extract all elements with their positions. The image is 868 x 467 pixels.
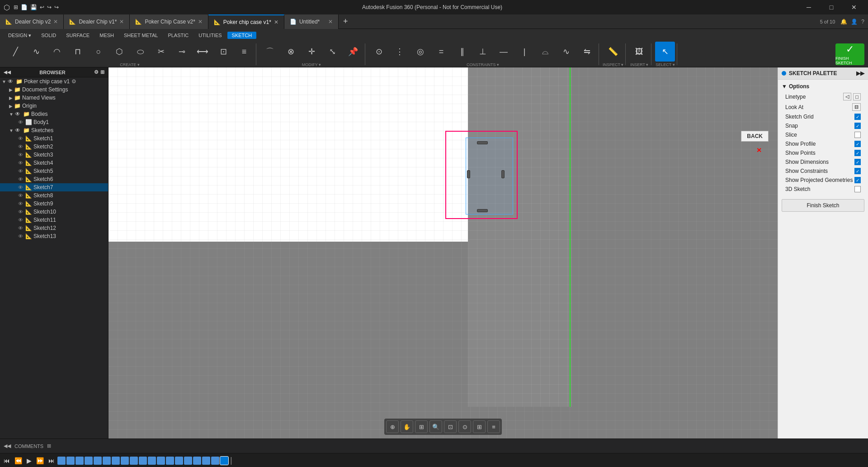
tab-close-icon[interactable]: ✕ <box>119 19 124 25</box>
fillet-tool[interactable]: ⌒ <box>260 42 280 62</box>
tree-sketch5[interactable]: 👁 📐 Sketch5 <box>0 167 108 175</box>
add-tab-button[interactable]: + <box>339 17 353 26</box>
show-projected-checkbox[interactable]: ✓ <box>854 177 861 183</box>
timeline-first-btn[interactable]: ⏮ <box>2 456 12 465</box>
perpendicular-tool[interactable]: ⊥ <box>473 42 493 62</box>
redo-icon2[interactable]: ↪ <box>54 4 59 10</box>
tree-sketches[interactable]: ▼ 👁 📁 Sketches <box>0 126 108 134</box>
tree-sketch11[interactable]: 👁 📐 Sketch11 <box>0 216 108 224</box>
body1-visibility[interactable]: 👁 <box>18 119 23 125</box>
linetype-btn1[interactable]: ◁ <box>843 93 851 100</box>
3d-sketch-checkbox[interactable] <box>854 186 861 192</box>
comments-expand-icon[interactable]: ⊞ <box>47 443 51 449</box>
timeline-step-9[interactable] <box>130 457 138 465</box>
bodies-expand[interactable]: ▼ <box>9 112 14 117</box>
tab-close-icon[interactable]: ✕ <box>198 19 203 25</box>
timeline-next-btn[interactable]: ⏩ <box>34 456 46 465</box>
sidebar-settings-icon[interactable]: ⚙ <box>94 69 99 75</box>
symmetric-tool[interactable]: ⇋ <box>577 42 597 62</box>
tangent-tool[interactable]: ⌓ <box>535 42 555 62</box>
timeline-step-11[interactable] <box>148 457 156 465</box>
tree-sketch8[interactable]: 👁 📐 Sketch8 <box>0 191 108 200</box>
timeline-step-5[interactable] <box>94 457 102 465</box>
timeline-step-10[interactable] <box>139 457 147 465</box>
timeline-step-8[interactable] <box>121 457 129 465</box>
visibility-icon[interactable]: 👁 <box>8 78 13 85</box>
insert-tool[interactable]: 🖼 <box>629 42 649 62</box>
snap-checkbox[interactable]: ✓ <box>854 123 861 129</box>
toolbar-tab-plastic[interactable]: PLASTIC <box>163 32 193 39</box>
minimize-button[interactable]: ─ <box>798 0 819 14</box>
tab-close-icon[interactable]: ✕ <box>328 19 333 25</box>
timeline-step-7[interactable] <box>112 457 120 465</box>
tree-sketch4[interactable]: 👁 📐 Sketch4 <box>0 159 108 167</box>
tab-close-icon[interactable]: ✕ <box>274 19 278 25</box>
ellipse-tool[interactable]: ⬭ <box>130 42 150 62</box>
toolbar-tab-solid[interactable]: SOLID <box>37 32 61 39</box>
grid-button[interactable]: ⊞ <box>473 420 486 433</box>
undo-icon[interactable]: ↩ <box>40 4 44 10</box>
toolbar-tab-sketch[interactable]: SKETCH <box>227 32 257 39</box>
tab-dealer-chip-v2[interactable]: 📐 Dealer Chip v2 ✕ <box>0 14 64 29</box>
linetype-btn2[interactable]: □ <box>853 93 861 100</box>
timeline-step-18[interactable] <box>211 457 219 465</box>
timeline-step-13[interactable] <box>166 457 174 465</box>
fix-tool[interactable]: 📌 <box>343 42 363 62</box>
toolbar-tab-mesh[interactable]: MESH <box>95 32 118 39</box>
tree-sketch3[interactable]: 👁 📐 Sketch3 <box>0 151 108 159</box>
root-expand-arrow[interactable]: ▼ <box>2 79 6 84</box>
collinear-tool[interactable]: ⋮ <box>390 42 410 62</box>
tree-sketch12[interactable]: 👁 📐 Sketch12 <box>0 224 108 232</box>
sketch12-vis[interactable]: 👁 <box>18 225 23 231</box>
timeline-step-current[interactable] <box>220 457 228 465</box>
timeline-step-15[interactable] <box>184 457 192 465</box>
bodies-visibility[interactable]: 👁 <box>15 111 20 117</box>
doc-expand[interactable]: ▶ <box>9 87 13 92</box>
mirror-tool[interactable]: ⟷ <box>193 42 212 62</box>
toolbar-tab-surface[interactable]: SURFACE <box>61 32 94 39</box>
tab-untitled[interactable]: 📄 Untitled* ✕ <box>284 14 339 29</box>
timeline-step-3[interactable] <box>75 457 84 465</box>
finish-sketch-button[interactable]: ✓ FINISH SKETCH <box>835 43 864 65</box>
tree-sketch1[interactable]: 👁 📐 Sketch1 <box>0 134 108 143</box>
select-tool[interactable]: ↖ <box>655 42 675 62</box>
viewport[interactable]: BACK ✕ ⊕ ✋ ⊞ 🔍 ⊡ ⊙ ⊞ ≡ <box>108 67 778 438</box>
sketches-visibility[interactable]: 👁 <box>15 127 20 133</box>
tab-dealer-chip-v1[interactable]: 📐 Dealer Chip v1* ✕ <box>64 14 130 29</box>
show-profile-checkbox[interactable]: ✓ <box>854 141 861 147</box>
timeline-step-1[interactable] <box>57 457 66 465</box>
notification-icon[interactable]: 🔔 <box>840 19 847 25</box>
sidebar-expand-icon[interactable]: ⊞ <box>100 69 104 75</box>
zoom-fit-button[interactable]: ⊞ <box>415 420 428 433</box>
sketches-expand[interactable]: ▼ <box>9 128 14 133</box>
sketch10-vis[interactable]: 👁 <box>18 209 23 214</box>
tree-doc-settings[interactable]: ▶ 📁 Document Settings <box>0 86 108 94</box>
toolbar-tab-utilities[interactable]: UTILITIES <box>194 32 226 39</box>
sketch9-vis[interactable]: 👁 <box>18 201 23 206</box>
vertical-tool[interactable]: | <box>514 42 534 62</box>
tree-sketch9[interactable]: 👁 📐 Sketch9 <box>0 200 108 208</box>
parallel-tool[interactable]: ∥ <box>452 42 472 62</box>
timeline-step-16[interactable] <box>193 457 201 465</box>
trim-tool[interactable]: ✂ <box>151 42 171 62</box>
sketch3-vis[interactable]: 👁 <box>18 152 23 157</box>
tab-poker-chip-case-v1[interactable]: 📐 Poker chip case v1* ✕ <box>208 14 284 29</box>
sketch11-vis[interactable]: 👁 <box>18 217 23 223</box>
tree-sketch2[interactable]: 👁 📐 Sketch2 <box>0 143 108 151</box>
zoom-in-button[interactable]: 🔍 <box>429 420 442 433</box>
extend-tool[interactable]: ⊸ <box>172 42 192 62</box>
polygon-tool[interactable]: ⬡ <box>109 42 129 62</box>
redo-icon[interactable]: ↪ <box>47 4 52 10</box>
sketch13-vis[interactable]: 👁 <box>18 234 23 239</box>
zoom-region-button[interactable]: ⊡ <box>444 420 457 433</box>
tree-sketch6[interactable]: 👁 📐 Sketch6 <box>0 175 108 183</box>
tree-sketch10[interactable]: 👁 📐 Sketch10 <box>0 208 108 216</box>
app-menu-icon[interactable]: ⊞ <box>14 4 18 10</box>
line-tool[interactable]: ╱ <box>5 42 25 62</box>
finish-sketch-button-palette[interactable]: Finish Sketch <box>782 199 864 212</box>
origin-expand[interactable]: ▶ <box>9 104 13 109</box>
pan-button[interactable]: ✋ <box>401 420 413 433</box>
tree-body1[interactable]: 👁 ⬜ Body1 <box>0 118 108 126</box>
coincident-tool[interactable]: ⊙ <box>369 42 389 62</box>
tree-sketch7[interactable]: 👁 📐 Sketch7 <box>0 183 108 191</box>
